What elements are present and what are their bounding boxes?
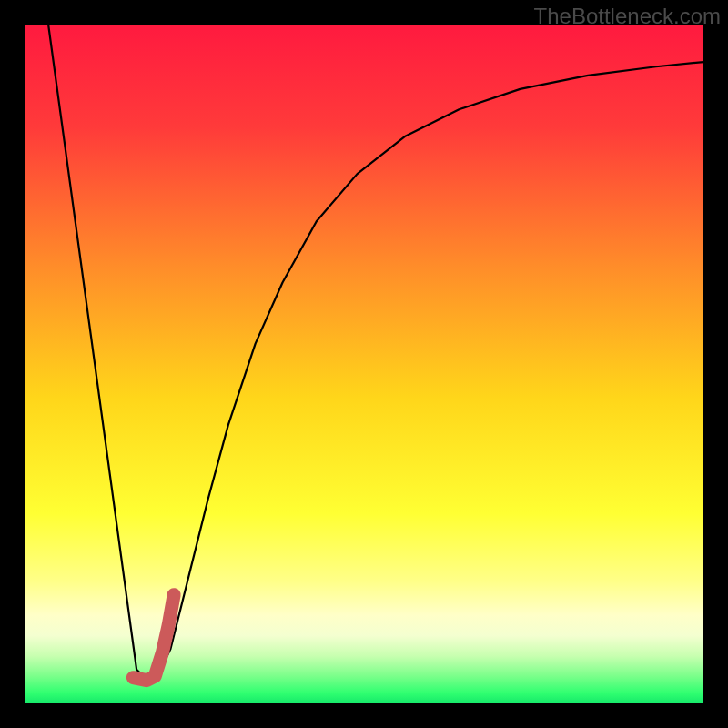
- chart-frame: TheBottleneck.com: [0, 0, 728, 728]
- watermark-text: TheBottleneck.com: [534, 4, 721, 29]
- plot-area: [25, 25, 703, 703]
- chart-svg: [25, 25, 703, 703]
